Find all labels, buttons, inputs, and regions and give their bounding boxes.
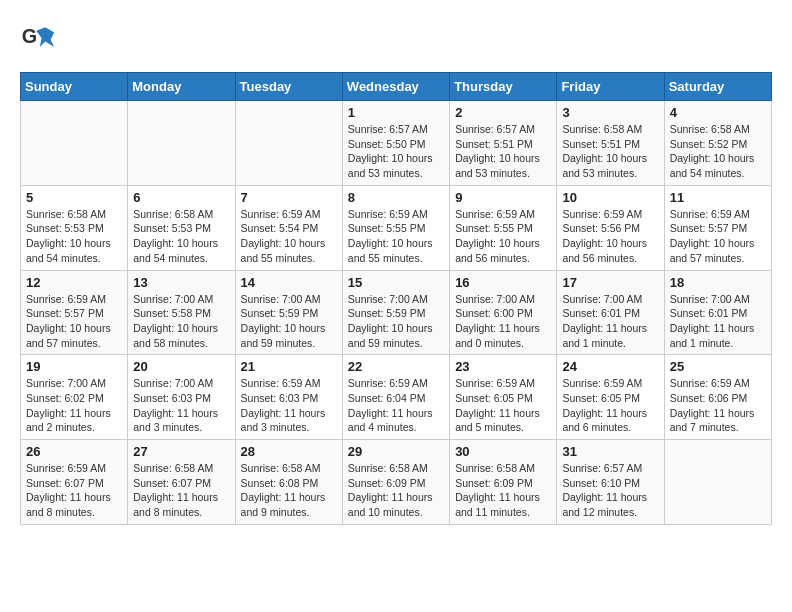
day-number: 28 <box>241 444 337 459</box>
calendar-cell: 3Sunrise: 6:58 AMSunset: 5:51 PMDaylight… <box>557 101 664 186</box>
calendar-cell <box>128 101 235 186</box>
calendar-cell: 1Sunrise: 6:57 AMSunset: 5:50 PMDaylight… <box>342 101 449 186</box>
day-info: Sunrise: 7:00 AMSunset: 6:01 PMDaylight:… <box>562 292 658 351</box>
day-info: Sunrise: 6:58 AMSunset: 5:51 PMDaylight:… <box>562 122 658 181</box>
calendar-cell: 12Sunrise: 6:59 AMSunset: 5:57 PMDayligh… <box>21 270 128 355</box>
day-info: Sunrise: 7:00 AMSunset: 5:58 PMDaylight:… <box>133 292 229 351</box>
day-number: 26 <box>26 444 122 459</box>
day-info: Sunrise: 6:58 AMSunset: 6:08 PMDaylight:… <box>241 461 337 520</box>
day-number: 7 <box>241 190 337 205</box>
calendar-week: 1Sunrise: 6:57 AMSunset: 5:50 PMDaylight… <box>21 101 772 186</box>
day-info: Sunrise: 6:59 AMSunset: 6:04 PMDaylight:… <box>348 376 444 435</box>
day-number: 16 <box>455 275 551 290</box>
day-info: Sunrise: 6:59 AMSunset: 5:56 PMDaylight:… <box>562 207 658 266</box>
day-number: 30 <box>455 444 551 459</box>
svg-text:G: G <box>22 25 37 47</box>
day-info: Sunrise: 6:59 AMSunset: 6:03 PMDaylight:… <box>241 376 337 435</box>
day-info: Sunrise: 6:57 AMSunset: 5:50 PMDaylight:… <box>348 122 444 181</box>
calendar-cell: 27Sunrise: 6:58 AMSunset: 6:07 PMDayligh… <box>128 440 235 525</box>
calendar-week: 5Sunrise: 6:58 AMSunset: 5:53 PMDaylight… <box>21 185 772 270</box>
calendar-cell: 30Sunrise: 6:58 AMSunset: 6:09 PMDayligh… <box>450 440 557 525</box>
day-number: 15 <box>348 275 444 290</box>
day-number: 6 <box>133 190 229 205</box>
calendar-cell: 19Sunrise: 7:00 AMSunset: 6:02 PMDayligh… <box>21 355 128 440</box>
calendar-week: 12Sunrise: 6:59 AMSunset: 5:57 PMDayligh… <box>21 270 772 355</box>
day-number: 10 <box>562 190 658 205</box>
day-number: 4 <box>670 105 766 120</box>
calendar-cell: 26Sunrise: 6:59 AMSunset: 6:07 PMDayligh… <box>21 440 128 525</box>
calendar-header: SundayMondayTuesdayWednesdayThursdayFrid… <box>21 73 772 101</box>
day-info: Sunrise: 6:57 AMSunset: 5:51 PMDaylight:… <box>455 122 551 181</box>
day-number: 25 <box>670 359 766 374</box>
calendar-cell: 21Sunrise: 6:59 AMSunset: 6:03 PMDayligh… <box>235 355 342 440</box>
calendar-cell: 10Sunrise: 6:59 AMSunset: 5:56 PMDayligh… <box>557 185 664 270</box>
weekday-header: Thursday <box>450 73 557 101</box>
calendar-cell: 17Sunrise: 7:00 AMSunset: 6:01 PMDayligh… <box>557 270 664 355</box>
day-info: Sunrise: 6:59 AMSunset: 5:54 PMDaylight:… <box>241 207 337 266</box>
page-header: G <box>20 20 772 56</box>
day-info: Sunrise: 6:59 AMSunset: 5:57 PMDaylight:… <box>26 292 122 351</box>
weekday-header: Wednesday <box>342 73 449 101</box>
day-number: 22 <box>348 359 444 374</box>
day-number: 2 <box>455 105 551 120</box>
day-number: 21 <box>241 359 337 374</box>
day-info: Sunrise: 6:59 AMSunset: 5:55 PMDaylight:… <box>455 207 551 266</box>
day-number: 13 <box>133 275 229 290</box>
svg-marker-1 <box>36 27 54 47</box>
day-number: 31 <box>562 444 658 459</box>
day-number: 1 <box>348 105 444 120</box>
day-info: Sunrise: 7:00 AMSunset: 6:01 PMDaylight:… <box>670 292 766 351</box>
calendar-cell: 29Sunrise: 6:58 AMSunset: 6:09 PMDayligh… <box>342 440 449 525</box>
day-info: Sunrise: 6:58 AMSunset: 5:52 PMDaylight:… <box>670 122 766 181</box>
calendar-cell: 6Sunrise: 6:58 AMSunset: 5:53 PMDaylight… <box>128 185 235 270</box>
calendar-cell: 23Sunrise: 6:59 AMSunset: 6:05 PMDayligh… <box>450 355 557 440</box>
day-number: 14 <box>241 275 337 290</box>
calendar-cell <box>664 440 771 525</box>
calendar-cell: 9Sunrise: 6:59 AMSunset: 5:55 PMDaylight… <box>450 185 557 270</box>
calendar-cell: 28Sunrise: 6:58 AMSunset: 6:08 PMDayligh… <box>235 440 342 525</box>
day-number: 18 <box>670 275 766 290</box>
calendar-cell: 13Sunrise: 7:00 AMSunset: 5:58 PMDayligh… <box>128 270 235 355</box>
day-info: Sunrise: 6:58 AMSunset: 6:07 PMDaylight:… <box>133 461 229 520</box>
weekday-header: Monday <box>128 73 235 101</box>
calendar-cell: 11Sunrise: 6:59 AMSunset: 5:57 PMDayligh… <box>664 185 771 270</box>
calendar-cell: 15Sunrise: 7:00 AMSunset: 5:59 PMDayligh… <box>342 270 449 355</box>
calendar-cell: 8Sunrise: 6:59 AMSunset: 5:55 PMDaylight… <box>342 185 449 270</box>
day-number: 12 <box>26 275 122 290</box>
day-info: Sunrise: 7:00 AMSunset: 6:02 PMDaylight:… <box>26 376 122 435</box>
calendar-cell: 22Sunrise: 6:59 AMSunset: 6:04 PMDayligh… <box>342 355 449 440</box>
day-number: 17 <box>562 275 658 290</box>
calendar-cell <box>21 101 128 186</box>
day-info: Sunrise: 7:00 AMSunset: 6:03 PMDaylight:… <box>133 376 229 435</box>
day-number: 19 <box>26 359 122 374</box>
calendar-cell: 31Sunrise: 6:57 AMSunset: 6:10 PMDayligh… <box>557 440 664 525</box>
day-info: Sunrise: 6:59 AMSunset: 6:05 PMDaylight:… <box>562 376 658 435</box>
calendar-cell: 2Sunrise: 6:57 AMSunset: 5:51 PMDaylight… <box>450 101 557 186</box>
day-number: 24 <box>562 359 658 374</box>
day-info: Sunrise: 6:59 AMSunset: 6:07 PMDaylight:… <box>26 461 122 520</box>
weekday-header: Friday <box>557 73 664 101</box>
day-info: Sunrise: 6:58 AMSunset: 5:53 PMDaylight:… <box>133 207 229 266</box>
day-info: Sunrise: 7:00 AMSunset: 5:59 PMDaylight:… <box>348 292 444 351</box>
day-number: 23 <box>455 359 551 374</box>
day-number: 9 <box>455 190 551 205</box>
day-number: 11 <box>670 190 766 205</box>
weekday-header: Sunday <box>21 73 128 101</box>
calendar-cell: 20Sunrise: 7:00 AMSunset: 6:03 PMDayligh… <box>128 355 235 440</box>
calendar-cell: 25Sunrise: 6:59 AMSunset: 6:06 PMDayligh… <box>664 355 771 440</box>
calendar-cell: 4Sunrise: 6:58 AMSunset: 5:52 PMDaylight… <box>664 101 771 186</box>
calendar-cell: 16Sunrise: 7:00 AMSunset: 6:00 PMDayligh… <box>450 270 557 355</box>
calendar-table: SundayMondayTuesdayWednesdayThursdayFrid… <box>20 72 772 525</box>
calendar-week: 26Sunrise: 6:59 AMSunset: 6:07 PMDayligh… <box>21 440 772 525</box>
day-info: Sunrise: 7:00 AMSunset: 5:59 PMDaylight:… <box>241 292 337 351</box>
day-number: 27 <box>133 444 229 459</box>
calendar-cell: 7Sunrise: 6:59 AMSunset: 5:54 PMDaylight… <box>235 185 342 270</box>
logo: G <box>20 20 60 56</box>
logo-icon: G <box>20 20 56 56</box>
day-info: Sunrise: 6:58 AMSunset: 5:53 PMDaylight:… <box>26 207 122 266</box>
day-info: Sunrise: 7:00 AMSunset: 6:00 PMDaylight:… <box>455 292 551 351</box>
day-info: Sunrise: 6:57 AMSunset: 6:10 PMDaylight:… <box>562 461 658 520</box>
day-info: Sunrise: 6:59 AMSunset: 5:57 PMDaylight:… <box>670 207 766 266</box>
day-number: 5 <box>26 190 122 205</box>
day-number: 8 <box>348 190 444 205</box>
